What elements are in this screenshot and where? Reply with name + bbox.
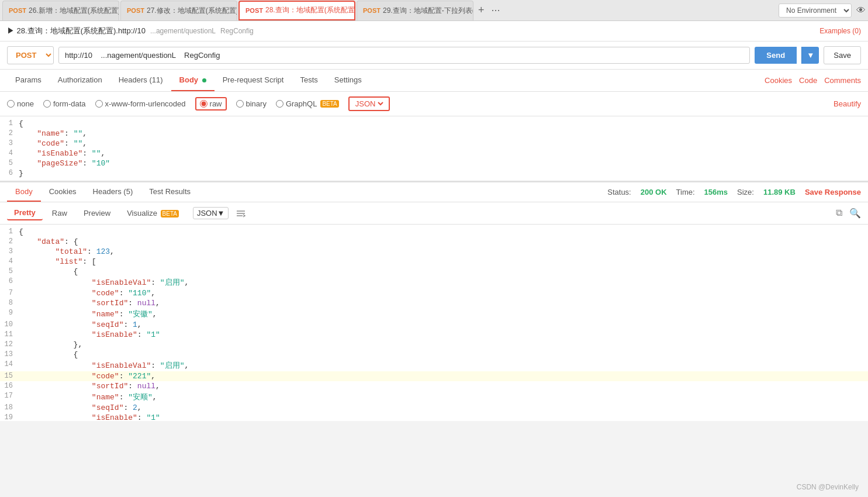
url-end: RegConfig <box>220 27 254 35</box>
view-tab-raw[interactable]: Raw <box>45 206 74 220</box>
tab-4-label: 29.查询：地域配置-下拉列表(... <box>383 6 473 16</box>
new-tab-button[interactable]: + <box>475 4 488 16</box>
time-value: 156ms <box>704 188 728 196</box>
request-line-5: 5 "pageSize": "10" <box>0 158 868 168</box>
radio-none[interactable]: none <box>7 99 34 108</box>
tab-1-method: POST <box>9 7 26 14</box>
resp-line-6: 6 "isEnableVal": "启用", <box>0 277 868 288</box>
radio-urlencoded-input[interactable] <box>95 100 103 108</box>
body-content: none form-data x-www-form-urlencoded raw… <box>0 92 868 181</box>
resp-line-14: 14 "isEnableVal": "启用", <box>0 360 868 371</box>
url-input[interactable] <box>58 47 750 64</box>
tab-nav-tests[interactable]: Tests <box>292 70 326 91</box>
response-tab-body[interactable]: Body <box>7 182 41 202</box>
tab-3[interactable]: POST 28.查询：地域配置(系统配置)... ✕ <box>238 1 355 20</box>
beautify-button[interactable]: Beautify <box>834 99 861 108</box>
save-response-button[interactable]: Save Response <box>805 188 861 196</box>
request-line-4: 4 "isEnable": "", <box>0 149 868 158</box>
radio-raw[interactable]: raw <box>195 97 227 111</box>
resp-line-17: 17 "name": "安顺", <box>0 391 868 403</box>
response-status: Status: 200 OK Time: 156ms Size: 11.89 K… <box>607 188 861 196</box>
response-view-tabs: Pretty Raw Preview Visualize BETA JSON ▼… <box>0 202 868 225</box>
resp-line-1: 1 { <box>0 227 868 237</box>
resp-line-7: 7 "code": "110", <box>0 288 868 298</box>
radio-graphql-input[interactable] <box>276 100 283 108</box>
save-button[interactable]: Save <box>824 46 861 64</box>
radio-binary[interactable]: binary <box>236 99 267 108</box>
visualize-beta-badge: BETA <box>161 210 179 218</box>
eye-icon-button[interactable]: 👁 <box>856 5 866 16</box>
nav-right: Cookies Code Comments <box>765 76 861 85</box>
response-tab-headers[interactable]: Headers (5) <box>85 182 141 202</box>
resp-line-8: 8 "sortId": null, <box>0 298 868 308</box>
resp-line-5: 5 { <box>0 267 868 277</box>
cookies-link[interactable]: Cookies <box>765 76 792 85</box>
request-body-editor[interactable]: 1 { 2 "name": "", 3 "code": "", 4 "isEna… <box>0 116 868 181</box>
view-right-icons: ⧉ 🔍 <box>836 208 861 219</box>
response-tab-nav: Body Cookies Headers (5) Test Results St… <box>0 182 868 202</box>
graphql-beta-badge: BETA <box>320 100 338 108</box>
view-tab-visualize[interactable]: Visualize BETA <box>120 206 186 220</box>
tab-3-method: POST <box>245 7 263 14</box>
environment-select[interactable]: No Environment <box>779 4 852 18</box>
tab-nav-body[interactable]: Body <box>171 70 215 91</box>
send-button[interactable]: Send <box>755 47 797 64</box>
method-select[interactable]: POST <box>7 46 54 64</box>
radio-form-data[interactable]: form-data <box>43 99 86 108</box>
radio-none-input[interactable] <box>7 100 15 108</box>
tab-4-method: POST <box>363 7 381 14</box>
examples-link[interactable]: Examples (0) <box>819 27 861 35</box>
json-format-select[interactable]: JSON <box>353 99 385 109</box>
tab-2-label: 27.修改：地域配置(系统配置)... <box>147 6 237 16</box>
tab-nav-settings[interactable]: Settings <box>326 70 370 91</box>
body-dot-indicator <box>202 78 206 82</box>
resp-line-3: 3 "total": 123, <box>0 247 868 257</box>
tab-1-label: 26.新增：地域配置(系统配置)h... <box>29 6 119 16</box>
resp-line-2: 2 "data": { <box>0 237 868 247</box>
radio-binary-input[interactable] <box>236 100 244 108</box>
tab-2[interactable]: POST 27.修改：地域配置(系统配置)... <box>120 1 237 20</box>
tab-3-label: 28.查询：地域配置(系统配置)... <box>265 5 355 15</box>
tab-nav-headers[interactable]: Headers (11) <box>110 70 171 91</box>
response-json-format-select[interactable]: JSON ▼ <box>193 207 229 219</box>
resp-line-4: 4 "list": [ <box>0 257 868 267</box>
search-icon[interactable]: 🔍 <box>849 208 861 219</box>
radio-form-data-input[interactable] <box>43 100 51 108</box>
copy-icon[interactable]: ⧉ <box>836 208 842 219</box>
tab-nav-pre-request[interactable]: Pre-request Script <box>215 70 292 91</box>
body-type-row: none form-data x-www-form-urlencoded raw… <box>0 92 868 116</box>
radio-raw-input[interactable] <box>200 100 208 108</box>
view-tab-preview[interactable]: Preview <box>77 206 117 220</box>
tab-1[interactable]: POST 26.新增：地域配置(系统配置)h... <box>2 1 119 20</box>
resp-line-12: 12 }, <box>0 340 868 350</box>
wrap-lines-button[interactable] <box>236 208 246 219</box>
send-dropdown-button[interactable]: ▼ <box>801 47 819 64</box>
resp-line-10: 10 "seqId": 1, <box>0 320 868 330</box>
time-label: Time: <box>676 188 695 196</box>
code-link[interactable]: Code <box>799 76 817 85</box>
response-tab-cookies[interactable]: Cookies <box>41 182 85 202</box>
request-bar: ▶ 28.查询：地域配置(系统配置).http://10 ...agement/… <box>0 21 868 42</box>
tabs-bar: POST 26.新增：地域配置(系统配置)h... POST 27.修改：地域配… <box>0 0 868 21</box>
env-area: No Environment 👁 <box>779 4 866 18</box>
request-tab-nav: Params Authorization Headers (11) Body P… <box>0 70 868 92</box>
response-code-viewer: 1 { 2 "data": { 3 "total": 123, 4 "list"… <box>0 225 868 421</box>
radio-graphql[interactable]: GraphQL BETA <box>276 99 339 108</box>
resp-line-15: 15 "code": "221", <box>0 371 868 381</box>
view-tab-pretty[interactable]: Pretty <box>7 206 43 220</box>
tab-nav-authorization[interactable]: Authorization <box>50 70 110 91</box>
resp-line-11: 11 "isEnable": "1" <box>0 330 868 340</box>
comments-link[interactable]: Comments <box>824 76 861 85</box>
response-tab-test-results[interactable]: Test Results <box>141 182 199 202</box>
size-label: Size: <box>737 188 754 196</box>
size-value: 11.89 KB <box>763 188 796 196</box>
json-format-select-wrap[interactable]: JSON <box>348 96 390 111</box>
radio-urlencoded[interactable]: x-www-form-urlencoded <box>95 99 186 108</box>
resp-line-13: 13 { <box>0 350 868 360</box>
request-title: ▶ 28.查询：地域配置(系统配置).http://10 <box>7 26 146 36</box>
status-value: 200 OK <box>641 188 667 196</box>
tab-nav-params[interactable]: Params <box>7 70 50 91</box>
resp-line-19: 19 "isEnable": "1" <box>0 413 868 421</box>
tab-4[interactable]: POST 29.查询：地域配置-下拉列表(... <box>357 1 473 20</box>
more-tabs-button[interactable]: ··· <box>488 4 504 16</box>
